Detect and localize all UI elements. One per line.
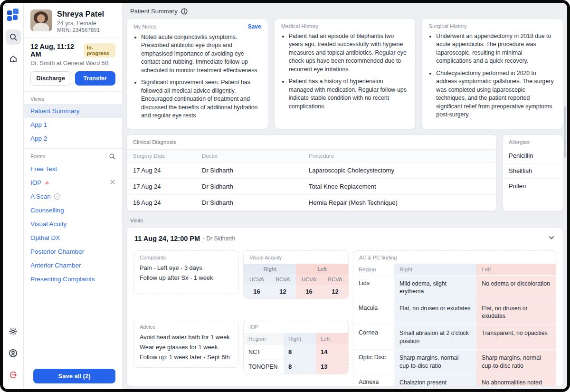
- region-cell: TONOPEN: [244, 359, 284, 374]
- sidebar: Shreya Patel 24 yrs, Female MRN: 2345678…: [24, 3, 123, 389]
- history-bullet: Patient had an episode of blepharitis tw…: [289, 32, 409, 74]
- iop-value: 14: [316, 344, 348, 359]
- ac-pc-title: AC & PC finding: [353, 251, 556, 262]
- profile-icon[interactable]: [6, 345, 21, 361]
- views-section-label: Views: [30, 96, 44, 102]
- icon-rail: [3, 3, 24, 389]
- chevron-down-icon[interactable]: [548, 234, 555, 243]
- nav-label: Anterior Chamber: [30, 262, 81, 269]
- transfer-button[interactable]: Transfer: [75, 71, 116, 86]
- forms-search-icon[interactable]: [109, 153, 115, 160]
- advice-card: Advice Avoid head water bath for 1 week …: [133, 320, 239, 367]
- my-notes-title: My Notes: [133, 24, 157, 29]
- sub-header: UCVA: [244, 274, 270, 285]
- forms-item-free-text[interactable]: Free Text: [24, 162, 122, 176]
- close-icon[interactable]: [110, 179, 115, 186]
- region-cell: Macula: [353, 300, 394, 325]
- history-bullet: Cholecystectomy performed in 2020 to add…: [436, 69, 556, 119]
- finding-cell: No edema or discoloration: [476, 275, 556, 300]
- column-header: Left: [316, 333, 348, 344]
- app-frame: Shreya Patel 24 yrs, Female MRN: 2345678…: [0, 0, 570, 392]
- nav-label: App 1: [30, 121, 47, 128]
- advice-line: Follow up: 1 week later - Sept 6th: [140, 352, 233, 362]
- va-value: 12: [322, 285, 348, 298]
- table-cell: 17 Aug 24: [127, 163, 196, 179]
- nav-label: Free Text: [30, 165, 57, 172]
- main-content: Patient Summary My Notes Save Noted acut…: [123, 3, 567, 389]
- nav-label: Visual Acuity: [30, 220, 66, 228]
- finding-cell: Mild edema, slight erythema: [394, 275, 476, 300]
- iop-value: 8: [284, 359, 316, 374]
- save-notes-button[interactable]: Save: [248, 23, 261, 30]
- discharge-button[interactable]: Discharge: [30, 71, 71, 86]
- column-header: Doctor: [196, 150, 303, 163]
- medical-history-card: Medical History Patient had an episode o…: [274, 19, 416, 129]
- patient-photo: [30, 10, 52, 31]
- region-cell: Lids: [353, 275, 394, 300]
- scrollbar-thumb[interactable]: [564, 106, 566, 158]
- save-all-button[interactable]: Save all (2): [33, 369, 115, 383]
- region-cell: Optic Disc: [353, 349, 394, 374]
- logout-icon[interactable]: [6, 367, 21, 382]
- finding-cell: Sharp margins, normal cup-to-disc ratio: [394, 349, 476, 374]
- app-window: Shreya Patel 24 yrs, Female MRN: 2345678…: [3, 3, 567, 389]
- allergies-title: Allergies: [503, 135, 563, 148]
- region-cell: Cornea: [353, 325, 394, 349]
- forms-item-iop[interactable]: IOP: [24, 176, 122, 190]
- surgical-history-title: Surgical History: [428, 23, 467, 29]
- iop-value: 8: [284, 344, 316, 359]
- table-cell: Hernia Repair (Mesh Technique): [303, 195, 496, 211]
- forms-section-label: Forms: [30, 153, 45, 159]
- column-header: Right: [394, 264, 476, 275]
- finding-cell: Small abrasion at 2 o'clock position: [394, 325, 476, 349]
- forms-item-anterior-chamber[interactable]: Anterior Chamber: [24, 258, 122, 272]
- note-bullet: Noted acute conjunctivitis symptoms. Pre…: [141, 33, 261, 75]
- forms-item-posterior-chamber[interactable]: Posterior Chamber: [24, 245, 122, 258]
- forms-item-opthal-dx[interactable]: Opthal DX: [24, 231, 122, 245]
- clinical-diagnosis-title: Clinical Diagnosis: [127, 135, 496, 150]
- forms-item-visual-acuity[interactable]: Visual Acuity: [24, 217, 122, 231]
- allergy-item: Penicillin: [503, 148, 563, 163]
- encounter-location: Dr. Smith at General Ward 5B: [30, 60, 115, 67]
- sidebar-item-patient-summary[interactable]: Patient Summary: [24, 104, 122, 118]
- advice-line: Avoid head water bath for 1 week: [140, 332, 233, 342]
- visit-doctor: - Dr Sidharth: [203, 235, 235, 242]
- home-icon[interactable]: [6, 51, 21, 67]
- search-icon[interactable]: [6, 29, 21, 45]
- va-value: 16: [296, 285, 322, 298]
- history-bullet: Patient has a history of hypertension ma…: [289, 77, 409, 111]
- warning-icon: [45, 181, 49, 184]
- sub-header: BCVA: [270, 274, 296, 285]
- complaints-title: Complaints: [134, 251, 238, 262]
- medical-history-title: Medical History: [281, 23, 319, 29]
- visit-datetime: 11 Aug 24, 12:00 PM: [134, 235, 200, 242]
- allergy-item: Shellfish: [503, 163, 563, 178]
- info-icon[interactable]: [181, 8, 188, 15]
- settings-gear-icon[interactable]: [6, 324, 21, 339]
- finding-cell: No abnormalities noted: [476, 374, 556, 386]
- region-cell: Adnexa: [353, 374, 394, 386]
- finding-cell: Flat, no drusen or exudates: [394, 300, 476, 325]
- surgical-history-card: Surgical History Underwent an appendecto…: [421, 19, 563, 129]
- visual-acuity-card: Visual Acquity Right Left UCVA BCVA UCVA…: [243, 250, 349, 299]
- column-header: Surgery Date: [127, 150, 196, 163]
- va-value: 16: [244, 285, 270, 298]
- column-header: Left: [476, 264, 556, 275]
- sidebar-item-app-2[interactable]: App 2: [24, 132, 122, 145]
- forms-item-counselling[interactable]: Counselling: [24, 203, 122, 217]
- table-cell: Dr Sidharth: [196, 163, 303, 179]
- table-cell: 16 Aug 24: [127, 195, 196, 211]
- column-header: Procedure: [303, 150, 496, 163]
- patient-mrn: MRN: 234567891: [57, 27, 104, 33]
- app-logo-icon: [7, 9, 19, 21]
- finding-cell: Chalazion present: [394, 374, 476, 386]
- finding-cell: Flat, no drusen or exudates: [476, 300, 556, 325]
- forms-item-a-scan[interactable]: A Scan ✓: [24, 190, 122, 203]
- complaint-line: Pain - Left eye - 3 days: [140, 263, 233, 273]
- iop-value: 13: [316, 359, 348, 374]
- allergy-item: Pollen: [503, 178, 563, 193]
- forms-item-presenting-complaints[interactable]: Presenting Complaints: [24, 272, 122, 286]
- va-value: 12: [270, 285, 296, 298]
- sidebar-item-app-1[interactable]: App 1: [24, 118, 122, 132]
- finding-cell: Transparent, no opacities: [476, 325, 556, 349]
